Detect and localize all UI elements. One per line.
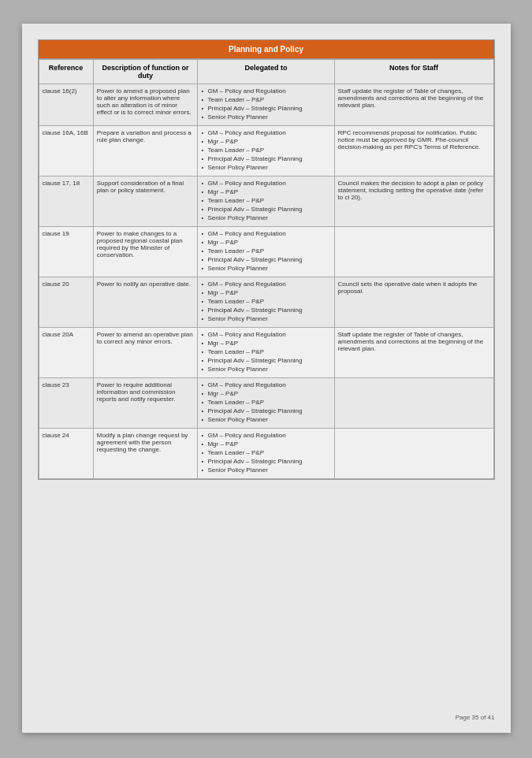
cell-notes [334, 227, 493, 277]
table-header-row: Reference Description of function or dut… [39, 60, 493, 84]
list-item: Principal Adv – Strategic Planning [201, 105, 330, 112]
table-row: clause 16(2)Power to amend a proposed pl… [39, 84, 493, 126]
table-title: Planning and Policy [39, 40, 494, 59]
list-item: GM – Policy and Regulation [201, 281, 330, 288]
list-item: Principal Adv – Strategic Planning [201, 407, 330, 414]
table-row: clause 23Power to require additional inf… [39, 378, 493, 429]
cell-delegated: GM – Policy and RegulationMgr – P&PTeam … [198, 126, 334, 176]
list-item: Mgr – P&P [201, 390, 330, 397]
list-item: Senior Policy Planner [201, 315, 330, 322]
list-item: Senior Policy Planner [201, 466, 330, 474]
table-row: clause 20APower to amend an operative pl… [39, 328, 493, 378]
cell-description: Power to require additional information … [93, 378, 198, 429]
cell-delegated: GM – Policy and RegulationMgr – P&PTeam … [198, 328, 334, 378]
header-delegated: Delegated to [198, 60, 334, 84]
page-number: Page 35 of 41 [456, 714, 495, 721]
cell-notes: Staff update the register of Table of ch… [334, 84, 493, 126]
list-item: Principal Adv – Strategic Planning [201, 307, 330, 314]
cell-reference: clause 20A [39, 328, 93, 378]
table-row: clause 17, 18Support consideration of a … [39, 176, 493, 227]
cell-description: Power to make changes to a proposed regi… [93, 227, 198, 277]
main-table-container: Planning and Policy Reference Descriptio… [38, 39, 495, 480]
cell-delegated: GM – Policy and RegulationMgr – P&PTeam … [198, 378, 334, 429]
list-item: GM – Policy and Regulation [201, 87, 330, 95]
policy-table: Reference Description of function or dut… [39, 59, 494, 479]
list-item: Senior Policy Planner [201, 214, 330, 221]
list-item: Team Leader – P&P [201, 147, 330, 154]
table-row: clause 20Power to notify an operative da… [39, 277, 493, 328]
cell-notes: Council makes the decision to adopt a pl… [334, 176, 493, 227]
list-item: Mgr – P&P [201, 188, 330, 195]
cell-reference: clause 16A, 16B [39, 126, 93, 176]
list-item: Senior Policy Planner [201, 164, 330, 171]
cell-reference: clause 23 [39, 378, 93, 429]
list-item: Mgr – P&P [201, 440, 330, 448]
table-row: clause 16A, 16BPrepare a variation and p… [39, 126, 493, 176]
cell-reference: clause 19 [39, 227, 93, 277]
cell-description: Modify a plan change request by agreemen… [93, 429, 198, 479]
cell-reference: clause 17, 18 [39, 176, 93, 227]
list-item: Team Leader – P&P [201, 96, 330, 103]
cell-reference: clause 20 [39, 277, 93, 328]
table-row: clause 24Modify a plan change request by… [39, 429, 493, 479]
cell-delegated: GM – Policy and RegulationMgr – P&PTeam … [198, 277, 334, 328]
cell-notes: Staff update the register of Table of ch… [334, 328, 493, 378]
cell-notes [334, 378, 493, 429]
cell-delegated: GM – Policy and RegulationTeam Leader – … [198, 84, 334, 126]
list-item: Mgr – P&P [201, 340, 330, 347]
list-item: Mgr – P&P [201, 239, 330, 246]
list-item: Senior Policy Planner [201, 113, 330, 121]
cell-reference: clause 24 [39, 429, 93, 479]
header-notes: Notes for Staff [334, 60, 493, 84]
list-item: Principal Adv – Strategic Planning [201, 155, 330, 162]
list-item: GM – Policy and Regulation [201, 129, 330, 136]
cell-notes [334, 429, 493, 479]
list-item: Team Leader – P&P [201, 298, 330, 305]
cell-notes: RPC recommends proposal for notification… [334, 126, 493, 176]
list-item: Senior Policy Planner [201, 265, 330, 272]
list-item: Principal Adv – Strategic Planning [201, 256, 330, 263]
cell-delegated: GM – Policy and RegulationMgr – P&PTeam … [198, 429, 334, 479]
cell-description: Power to notify an operative date. [93, 277, 198, 328]
cell-description: Power to amend an operative plan to corr… [93, 328, 198, 378]
cell-description: Prepare a variation and process a rule p… [93, 126, 198, 176]
list-item: GM – Policy and Regulation [201, 180, 330, 187]
list-item: Principal Adv – Strategic Planning [201, 458, 330, 465]
list-item: Team Leader – P&P [201, 348, 330, 355]
cell-reference: clause 16(2) [39, 84, 93, 126]
page: Planning and Policy Reference Descriptio… [22, 24, 511, 733]
list-item: Mgr – P&P [201, 289, 330, 296]
cell-notes: Council sets the operative date when it … [334, 277, 493, 328]
list-item: Team Leader – P&P [201, 399, 330, 406]
list-item: Senior Policy Planner [201, 416, 330, 423]
list-item: Principal Adv – Strategic Planning [201, 357, 330, 364]
header-description: Description of function or duty [93, 60, 198, 84]
list-item: Team Leader – P&P [201, 197, 330, 204]
table-row: clause 19Power to make changes to a prop… [39, 227, 493, 277]
list-item: GM – Policy and Regulation [201, 432, 330, 439]
header-reference: Reference [39, 60, 93, 84]
list-item: Senior Policy Planner [201, 366, 330, 373]
list-item: GM – Policy and Regulation [201, 331, 330, 338]
cell-delegated: GM – Policy and RegulationMgr – P&PTeam … [198, 176, 334, 227]
list-item: GM – Policy and Regulation [201, 230, 330, 237]
cell-description: Support consideration of a final plan or… [93, 176, 198, 227]
list-item: Team Leader – P&P [201, 247, 330, 255]
list-item: Team Leader – P&P [201, 449, 330, 456]
list-item: GM – Policy and Regulation [201, 381, 330, 388]
list-item: Mgr – P&P [201, 138, 330, 145]
cell-delegated: GM – Policy and RegulationMgr – P&PTeam … [198, 227, 334, 277]
cell-description: Power to amend a proposed plan to alter … [93, 84, 198, 126]
list-item: Principal Adv – Strategic Planning [201, 206, 330, 213]
